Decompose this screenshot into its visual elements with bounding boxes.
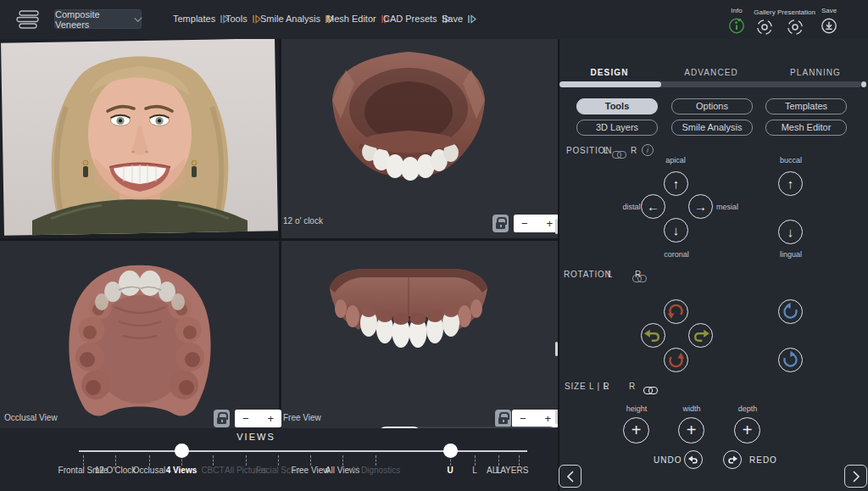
top-menu-bar: Composite Veneers Templates Tools Smile … xyxy=(0,0,868,39)
viewport-free-view[interactable] xyxy=(281,241,558,428)
flow-arrow-icon xyxy=(468,14,476,24)
menu-smile-analysis[interactable]: Smile Analysis xyxy=(260,14,334,24)
presentation-icon xyxy=(777,18,813,36)
tab-design[interactable]: DESIGN xyxy=(591,68,629,77)
lock-icon[interactable] xyxy=(495,410,511,427)
move-coronal-button[interactable]: ↓ xyxy=(664,218,688,243)
viewport-label: 12 o' clock xyxy=(283,216,323,226)
move-distal-button[interactable]: ← xyxy=(641,194,665,219)
viewport-frontal-smile[interactable] xyxy=(0,39,279,238)
view-option-ai-diagnostics[interactable]: AI Dignostics xyxy=(351,466,400,475)
size-link-right[interactable]: R xyxy=(629,382,636,391)
gallery-icon xyxy=(751,18,778,36)
layers-slider-knob[interactable] xyxy=(443,444,458,458)
panel-button-3d-layers[interactable]: 3D Layers xyxy=(576,120,658,136)
undo-arrow-icon xyxy=(688,455,698,464)
lock-icon[interactable] xyxy=(492,215,509,232)
slider-tick xyxy=(376,455,376,466)
label-buccal: buccal xyxy=(780,156,802,165)
rotate-left-button[interactable] xyxy=(641,323,665,348)
zoom-control: − + xyxy=(512,410,559,427)
arrow-down-icon: ↓ xyxy=(787,226,794,238)
quick-action-info[interactable]: Info xyxy=(724,7,749,35)
panel-button-smile-analysis[interactable]: Smile Analysis xyxy=(671,120,753,136)
case-type-dropdown[interactable]: Composite Veneers xyxy=(54,9,142,29)
quick-action-presentation[interactable]: Presentation xyxy=(777,8,813,36)
next-step-button[interactable] xyxy=(844,465,867,488)
viewport-12-oclock[interactable]: 12 o' clock − + xyxy=(281,39,558,238)
rotate-axial-cw-button[interactable] xyxy=(778,348,803,372)
views-slider-track[interactable] xyxy=(79,450,527,452)
rotate-axial-ccw-button[interactable] xyxy=(778,299,803,324)
redo-label: REDO xyxy=(749,455,777,465)
panel-button-options[interactable]: Options xyxy=(671,98,753,114)
zoom-in-button[interactable]: + xyxy=(546,218,553,229)
zoom-control: − + xyxy=(235,410,281,427)
view-option-12-oclock[interactable]: 12 O'Clock xyxy=(95,466,136,475)
rotate-right-olive-icon xyxy=(691,326,710,345)
rotation-link-left[interactable]: L xyxy=(608,270,613,279)
link-chain-icon[interactable] xyxy=(612,150,626,158)
position-link-right[interactable]: R xyxy=(631,146,637,155)
tab-planning[interactable]: PLANNING xyxy=(790,68,841,77)
model-free-view xyxy=(281,241,558,428)
panel-resize-handle[interactable] xyxy=(555,342,558,356)
panel-button-templates[interactable]: Templates xyxy=(765,98,847,114)
zoom-out-button[interactable]: − xyxy=(242,413,249,424)
size-depth-button[interactable]: + xyxy=(734,417,760,444)
layer-option-lower[interactable]: L xyxy=(472,466,477,475)
panel-button-mesh-editor[interactable]: Mesh Editor xyxy=(765,120,847,136)
undo-button[interactable] xyxy=(684,450,703,469)
menu-save[interactable]: Save xyxy=(442,14,476,24)
panel-resize-handle[interactable] xyxy=(555,410,558,424)
move-buccal-button[interactable]: ↑ xyxy=(778,171,803,196)
redo-button[interactable] xyxy=(723,450,742,469)
slider-tick xyxy=(83,455,84,466)
tab-advanced[interactable]: ADVANCED xyxy=(684,68,738,77)
panel-resize-handle[interactable] xyxy=(555,219,558,234)
zoom-out-button[interactable]: − xyxy=(521,218,528,229)
position-info-icon[interactable]: i xyxy=(642,144,654,156)
rotation-link-right[interactable]: R xyxy=(635,270,642,279)
label-distal: distal xyxy=(622,203,640,211)
zoom-out-button[interactable]: − xyxy=(520,413,526,424)
size-height-button[interactable]: + xyxy=(623,417,649,444)
layer-option-upper[interactable]: U xyxy=(447,466,453,475)
progress-end-cap xyxy=(861,81,866,87)
position-link-left[interactable]: L xyxy=(604,146,609,155)
zoom-in-button[interactable]: + xyxy=(544,413,551,424)
move-apical-button[interactable]: ↑ xyxy=(664,171,688,196)
viewport-occlusal[interactable] xyxy=(0,241,279,428)
menu-cad-presets[interactable]: CAD Presets xyxy=(383,14,451,24)
view-option-cbct[interactable]: CBCT xyxy=(201,466,224,475)
size-width-button[interactable]: + xyxy=(678,417,704,444)
move-mesial-button[interactable]: → xyxy=(688,194,713,219)
view-option-4-views[interactable]: 4 Views xyxy=(166,466,198,475)
label-mesial: mesial xyxy=(716,203,738,211)
menu-tools[interactable]: Tools xyxy=(225,14,261,24)
chevron-left-icon xyxy=(566,471,575,483)
prev-step-button[interactable] xyxy=(559,465,581,488)
menu-templates[interactable]: Templates xyxy=(173,14,229,24)
viewport-label: Free View xyxy=(283,413,321,422)
views-slider-knob[interactable] xyxy=(175,444,189,458)
lock-icon[interactable] xyxy=(214,410,230,427)
link-chain-icon[interactable] xyxy=(643,386,657,393)
layer-option-layers[interactable]: LAYERS xyxy=(496,466,529,475)
app-logo-menu-icon[interactable] xyxy=(15,10,42,30)
view-option-occlusal[interactable]: Occlusal xyxy=(133,466,165,475)
quick-action-save[interactable]: Save xyxy=(816,7,842,35)
redo-arrow-icon xyxy=(727,455,737,464)
zoom-in-button[interactable]: + xyxy=(267,413,274,424)
rotate-right-button[interactable] xyxy=(688,323,713,348)
move-lingual-button[interactable]: ↓ xyxy=(778,220,803,244)
rotate-down-button[interactable] xyxy=(664,348,688,372)
menu-mesh-editor[interactable]: Mesh Editor xyxy=(326,14,390,24)
rotate-up-button[interactable] xyxy=(664,299,688,324)
panel-button-tools[interactable]: Tools xyxy=(576,98,658,114)
slider-tick xyxy=(246,455,247,466)
size-link-left[interactable]: L xyxy=(604,382,609,391)
quick-action-gallery[interactable]: Gallery xyxy=(751,8,778,36)
view-option-free-view[interactable]: Free View xyxy=(292,466,330,475)
viewport-grid: 12 o' clock − + xyxy=(0,39,558,428)
